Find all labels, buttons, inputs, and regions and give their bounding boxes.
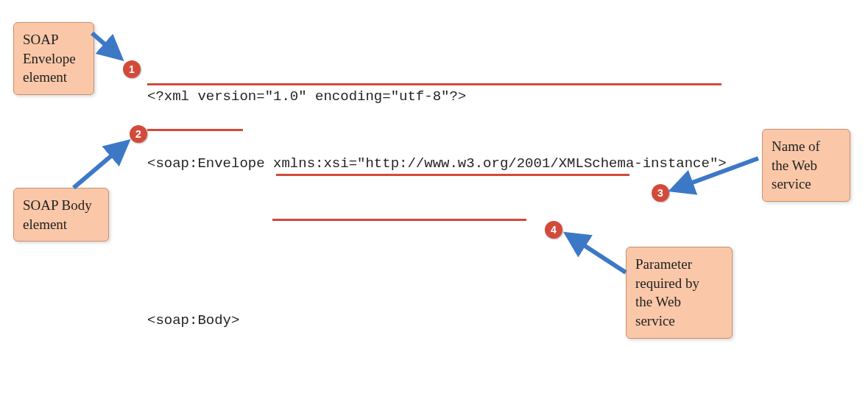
- callout-soap-body: SOAP Body element: [13, 188, 109, 242]
- code-envelope-open: <soap:Envelope xmlns:xsi="http://www.w3.…: [147, 152, 727, 175]
- underline-tutorialid: [272, 219, 526, 221]
- underline-envelope: [147, 83, 721, 85]
- svg-line-1: [74, 142, 127, 188]
- code-xml-declaration: <?xml version="1.0" encoding="utf-8"?>: [147, 85, 727, 108]
- code-body-open: <soap:Body>: [147, 309, 727, 331]
- underline-webservice: [276, 174, 629, 176]
- callout-webservice-name: Name of the Web service: [762, 129, 850, 202]
- arrow-body: [70, 136, 136, 195]
- underline-body: [147, 129, 243, 131]
- soap-code-block: <?xml version="1.0" encoding="utf-8"?> <…: [147, 41, 727, 394]
- badge-1: 1: [123, 60, 141, 78]
- svg-line-0: [92, 33, 121, 58]
- callout-soap-envelope: SOAP Envelope element: [13, 22, 94, 95]
- badge-2: 2: [130, 125, 147, 143]
- code-blank-1: [147, 242, 727, 264]
